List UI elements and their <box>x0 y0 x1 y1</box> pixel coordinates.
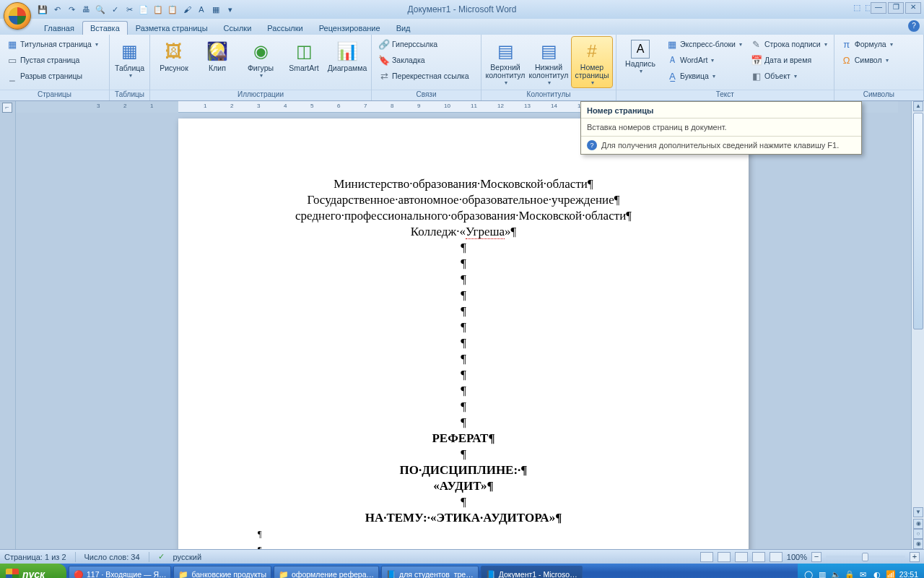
view-full-screen[interactable] <box>718 552 731 562</box>
scroll-up-button[interactable]: ▲ <box>913 101 923 111</box>
document-page[interactable]: Министерство·образования·Московской·обла… <box>178 118 749 549</box>
prev-page-button[interactable]: ◉ <box>913 519 923 529</box>
scroll-thumb[interactable] <box>913 113 923 329</box>
page-break-button[interactable]: ⎯Разрыв страницы <box>4 69 101 83</box>
start-button[interactable]: пуск <box>0 564 66 578</box>
doc-line: ¶ <box>250 256 676 272</box>
doc-line: ¶ <box>250 319 676 335</box>
taskbar-item[interactable]: 📘Документ1 - Microso… <box>481 566 583 578</box>
tab-Ссылки[interactable]: Ссылки <box>216 21 260 35</box>
tray-icon[interactable]: 🔈 <box>831 569 841 578</box>
wordart-button[interactable]: ＡWordArt <box>663 53 745 67</box>
symbol-button[interactable]: ΩСимвол <box>838 53 896 67</box>
view-print-layout[interactable] <box>700 552 713 562</box>
chart-button[interactable]: 📊Диаграмма <box>327 37 367 87</box>
status-page[interactable]: Страница: 1 из 2 <box>4 553 66 561</box>
view-web-layout[interactable] <box>735 552 748 562</box>
dropcap-button[interactable]: A̲Буквица <box>663 69 745 83</box>
print-preview-button[interactable]: 🔍 <box>94 3 107 16</box>
taskbar-item[interactable]: 📁оформление рефера… <box>274 566 379 578</box>
paste-button[interactable]: 📋 <box>152 3 165 16</box>
view-draft[interactable] <box>770 552 783 562</box>
zoom-level[interactable]: 100% <box>787 553 807 561</box>
close-button[interactable]: ✕ <box>905 2 921 14</box>
help-button[interactable]: ? <box>908 20 920 32</box>
tooltip-page-number: Номер страницы Вставка номеров страниц в… <box>580 101 862 155</box>
status-words[interactable]: Число слов: 34 <box>84 553 140 561</box>
datetime-button[interactable]: 📅Дата и время <box>748 53 830 67</box>
tab-Рассылки[interactable]: Рассылки <box>259 21 310 35</box>
tab-Главная[interactable]: Главная <box>36 21 82 35</box>
quickparts-button[interactable]: ▦Экспресс-блоки <box>663 37 745 51</box>
hyperlink-button[interactable]: 🔗Гиперссылка <box>375 37 471 51</box>
zoom-out-button[interactable]: − <box>811 552 821 562</box>
crossref-button[interactable]: ⇄Перекрестная ссылка <box>375 69 471 83</box>
tray-icon[interactable]: 🔒 <box>845 569 855 578</box>
view-outline[interactable] <box>752 552 765 562</box>
windows-flag-icon <box>6 569 19 578</box>
picture-button[interactable]: 🖼Рисунок <box>154 37 194 87</box>
tray-icon[interactable]: 📶 <box>886 569 896 578</box>
browse-object-button[interactable]: ○ <box>913 529 923 539</box>
status-proofing-icon[interactable]: ✓ <box>158 552 165 561</box>
help-button[interactable]: ▾ <box>224 3 237 16</box>
restore-button[interactable]: ❐ <box>888 2 904 14</box>
cover-page-button[interactable]: ▦Титульная страница <box>4 37 101 51</box>
copy-button[interactable]: 📄 <box>137 3 150 16</box>
tray-icon[interactable]: ◐ <box>872 569 882 578</box>
scroll-down-button[interactable]: ▼ <box>913 507 923 517</box>
signature-line-button[interactable]: ✎Строка подписи <box>748 37 830 51</box>
undo-button[interactable]: ↶ <box>51 3 64 16</box>
group-symbols: πФормула ΩСимвол Символы <box>834 35 924 100</box>
status-bar: Страница: 1 из 2 Число слов: 34 ✓ русски… <box>0 549 924 564</box>
smartart-button[interactable]: ◫SmartArt <box>284 37 324 87</box>
zoom-in-button[interactable]: + <box>910 552 920 562</box>
textbox-button[interactable]: AНадпись <box>620 37 661 87</box>
taskbar-item[interactable]: 🔴117 · Входящие — Я… <box>69 566 171 578</box>
title-bar: 💾↶↷🖶🔍✓✂📄📋📋🖌A▦▾ Документ1 - Microsoft Wor… <box>0 0 924 19</box>
tab-Вставка[interactable]: Вставка <box>82 21 128 35</box>
tray-icon[interactable]: ◯ <box>803 569 814 578</box>
quickparts-icon: ▦ <box>666 38 678 50</box>
doc-line: ¶ <box>250 335 676 351</box>
tray-icon[interactable]: ▥ <box>817 569 827 578</box>
paste-special-button[interactable]: 📋 <box>166 3 179 16</box>
next-page-button[interactable]: ◉ <box>913 539 923 549</box>
vertical-scrollbar[interactable]: ▲ ▼ ◉ ○ ◉ <box>911 101 924 549</box>
header-button[interactable]: ▤Верхний колонтитул <box>485 37 526 87</box>
shapes-button[interactable]: ◉Фигуры <box>240 37 281 87</box>
tray-clock[interactable]: 23:51 <box>899 570 918 578</box>
ruler-toggle[interactable]: ⌐ <box>2 103 12 113</box>
taskbar-item[interactable]: 📁банковские продукты <box>173 566 271 578</box>
group-illustrations: 🖼Рисунок 🎑Клип ◉Фигуры ◫SmartArt 📊Диагра… <box>150 35 372 100</box>
group-label: Страницы <box>0 90 109 100</box>
zoom-slider[interactable] <box>826 556 905 558</box>
insert-table-button[interactable]: ▦ <box>209 3 222 16</box>
spelling-button[interactable]: ✓ <box>108 3 121 16</box>
crossref-icon: ⇄ <box>378 70 390 82</box>
cut-button[interactable]: ✂ <box>123 3 136 16</box>
footer-button[interactable]: ▤Нижний колонтитул <box>528 37 569 87</box>
bookmark-button[interactable]: 🔖Закладка <box>375 53 471 67</box>
status-language[interactable]: русский <box>173 553 201 561</box>
tab-Рецензирование[interactable]: Рецензирование <box>311 21 388 35</box>
tray-icon[interactable]: ✉ <box>858 569 868 578</box>
office-button[interactable] <box>4 2 31 30</box>
object-button[interactable]: ◧Объект <box>748 69 830 83</box>
taskbar-item[interactable]: 📘для студентов_тре… <box>381 566 479 578</box>
format-painter-button[interactable]: 🖌 <box>180 3 193 16</box>
table-button[interactable]: ▦Таблица <box>113 37 146 87</box>
clip-button[interactable]: 🎑Клип <box>197 37 237 87</box>
page-number-button[interactable]: #Номер страницы <box>572 37 612 87</box>
minimize-button[interactable]: — <box>871 2 886 14</box>
font-grow-button[interactable]: A <box>195 3 208 16</box>
quick-print-button[interactable]: 🖶 <box>79 3 92 16</box>
blank-page-button[interactable]: ▭Пустая страница <box>4 53 101 67</box>
save-button[interactable]: 💾 <box>36 3 49 16</box>
tab-Вид[interactable]: Вид <box>388 21 419 35</box>
doc-line: ¶ <box>250 526 676 542</box>
smartart-icon: ◫ <box>292 40 315 63</box>
equation-button[interactable]: πФормула <box>838 37 896 51</box>
redo-button[interactable]: ↷ <box>65 3 78 16</box>
tab-Разметка страницы[interactable]: Разметка страницы <box>128 21 216 35</box>
